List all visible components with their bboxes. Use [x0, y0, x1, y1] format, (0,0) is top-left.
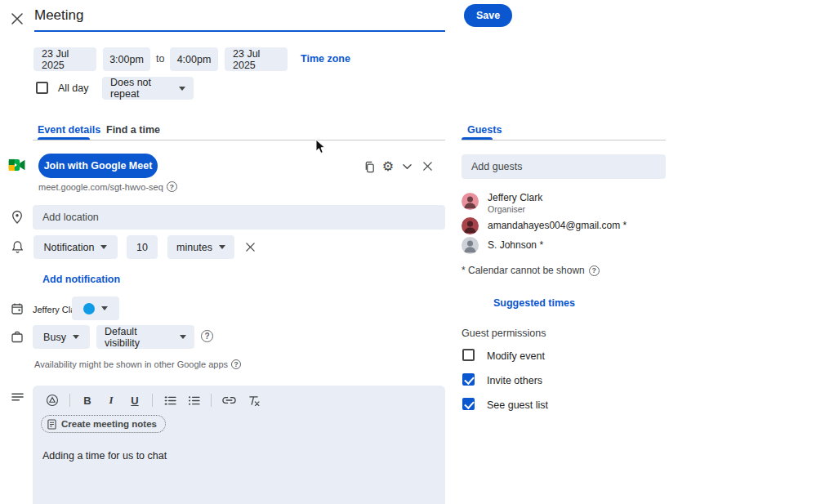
notification-unit-value: minutes [176, 242, 212, 253]
availability-note-row: Availability might be shown in other Goo… [34, 359, 241, 369]
notification-value-input[interactable]: 10 [127, 235, 158, 259]
guest-permissions-title: Guest permissions [462, 328, 546, 339]
availability-help-icon[interactable]: ? [231, 359, 241, 369]
invite-others-label: Invite others [487, 375, 542, 386]
modify-event-checkbox[interactable] [462, 349, 475, 361]
guest-name[interactable]: Jeffery Clark [488, 192, 542, 203]
chevron-down-icon [219, 245, 225, 249]
all-day-checkbox[interactable] [36, 82, 48, 94]
tabs-divider-right [462, 140, 666, 140]
chevron-down-icon [100, 245, 107, 249]
start-time-chip[interactable]: 3:00pm [103, 47, 150, 71]
tabs-divider-left [33, 140, 445, 140]
event-color-swatch [83, 303, 95, 314]
event-title-input[interactable]: Meeting [34, 7, 83, 24]
copy-meet-link-icon[interactable] [362, 159, 377, 174]
end-time-chip[interactable]: 4:00pm [170, 47, 218, 71]
close-icon[interactable] [9, 11, 25, 27]
create-meeting-notes-button[interactable]: Create meeting notes [41, 415, 166, 433]
insert-link-icon[interactable] [222, 396, 236, 404]
location-input[interactable]: Add location [33, 205, 445, 230]
chevron-down-icon [180, 335, 186, 339]
notification-type-value: Notification [44, 242, 95, 253]
attach-drive-icon[interactable] [46, 394, 59, 407]
notification-unit-dropdown[interactable]: minutes [167, 235, 234, 259]
title-underline [34, 30, 445, 32]
meet-chevron-down-icon[interactable] [401, 161, 412, 172]
suggested-times-link[interactable]: Suggested times [493, 297, 575, 309]
numbered-list-icon[interactable] [163, 395, 176, 406]
busy-status-dropdown[interactable]: Busy [33, 325, 90, 349]
create-meeting-notes-label: Create meeting notes [61, 419, 157, 429]
guest-name[interactable]: amandahayes004@gmail.com * [488, 220, 627, 231]
guest-avatar [462, 237, 479, 254]
calendar-note: * Calendar cannot be shown [462, 265, 585, 276]
add-guests-placeholder: Add guests [471, 161, 523, 172]
tab-guests[interactable]: Guests [467, 124, 502, 136]
modify-event-label: Modify event [487, 350, 545, 362]
toolbar-divider [152, 394, 153, 407]
end-date-chip[interactable]: 23 Jul 2025 [225, 47, 288, 71]
chevron-down-icon [101, 306, 108, 310]
start-date-chip[interactable]: 23 Jul 2025 [33, 47, 96, 71]
calendar-note-help-icon[interactable]: ? [589, 265, 600, 276]
bold-icon[interactable]: B [81, 395, 94, 407]
all-day-label: All day [58, 83, 89, 94]
see-guest-list-label: See guest list [487, 399, 548, 411]
chevron-down-icon [179, 87, 185, 91]
italic-icon[interactable]: I [105, 394, 118, 407]
location-placeholder: Add location [42, 212, 99, 223]
busy-status-value: Busy [43, 332, 66, 343]
underline-icon[interactable]: U [128, 395, 141, 407]
add-notification-link[interactable]: Add notification [42, 274, 120, 285]
location-pin-icon [9, 209, 25, 225]
toolbar-divider [69, 394, 70, 407]
description-icon [9, 390, 25, 404]
recurrence-value: Does not repeat [110, 77, 172, 100]
briefcase-icon [9, 328, 25, 345]
chevron-down-icon [73, 335, 79, 339]
mouse-cursor [315, 139, 326, 158]
event-color-dropdown[interactable] [72, 297, 119, 320]
meet-link-text[interactable]: meet.google.com/sgt-hwvo-seq [38, 182, 163, 192]
availability-note: Availability might be shown in other Goo… [34, 359, 228, 369]
toolbar-divider [211, 394, 212, 407]
meet-link-row: meet.google.com/sgt-hwvo-seq ? [38, 181, 177, 192]
meet-help-icon[interactable]: ? [167, 181, 177, 192]
invite-others-checkbox[interactable] [462, 373, 475, 386]
meet-settings-gear-icon[interactable]: ⚙ [381, 158, 395, 173]
guest-role: Organiser [488, 204, 525, 214]
tab-find-a-time[interactable]: Find a time [106, 124, 160, 136]
calendar-note-row: * Calendar cannot be shown ? [462, 265, 600, 276]
google-meet-icon [7, 157, 27, 173]
remove-meet-icon[interactable] [421, 159, 434, 172]
join-meet-button[interactable]: Join with Google Meet [38, 154, 158, 178]
event-edit-page: Meeting Save 23 Jul 2025 3:00pm to 4:00p… [0, 0, 825, 504]
description-text[interactable]: Adding a time for us to chat [42, 450, 167, 462]
remove-notification-icon[interactable] [243, 240, 256, 253]
calendar-icon [9, 301, 25, 317]
clear-formatting-icon[interactable] [247, 395, 260, 406]
guest-avatar [462, 193, 479, 210]
to-label: to [156, 53, 164, 65]
docs-icon [47, 419, 56, 430]
tab-event-details[interactable]: Event details [38, 124, 100, 136]
notification-type-dropdown[interactable]: Notification [33, 235, 118, 259]
guest-name[interactable]: S. Johnson * [488, 239, 543, 251]
visibility-dropdown[interactable]: Default visibility [96, 325, 194, 349]
see-guest-list-checkbox[interactable] [462, 398, 475, 410]
description-toolbar: B I U [46, 393, 260, 408]
save-button[interactable]: Save [464, 4, 512, 27]
visibility-value: Default visibility [105, 326, 173, 349]
add-guests-input[interactable]: Add guests [462, 154, 666, 179]
bulleted-list-icon[interactable] [187, 395, 200, 406]
timezone-link[interactable]: Time zone [301, 53, 350, 65]
recurrence-dropdown[interactable]: Does not repeat [102, 77, 194, 100]
visibility-help-icon[interactable]: ? [201, 330, 213, 342]
guest-avatar [462, 217, 479, 234]
notification-bell-icon [9, 239, 25, 255]
